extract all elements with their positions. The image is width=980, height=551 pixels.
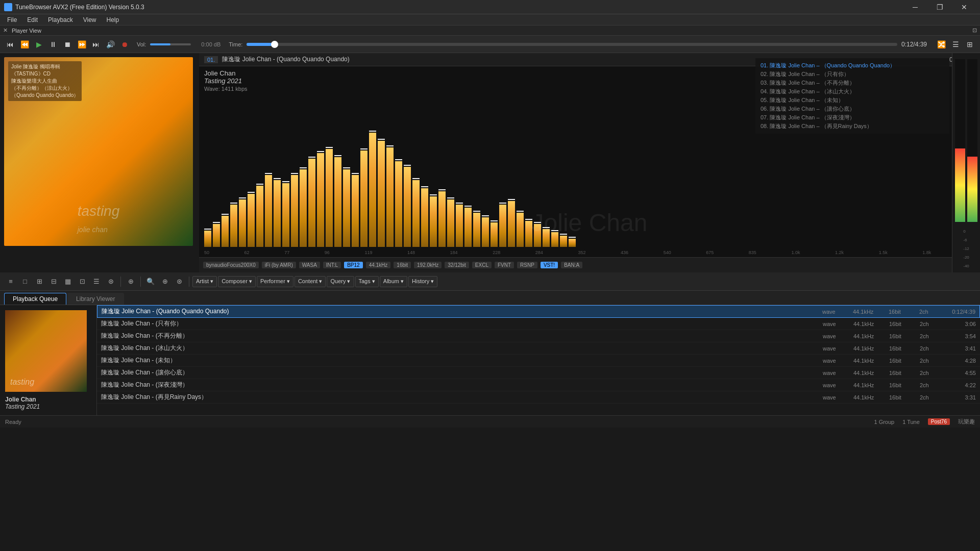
stop-button[interactable]: ⏹ [61,38,74,51]
menu-edit[interactable]: Edit [22,15,43,24]
mute-button[interactable]: 🔊 [104,38,116,51]
spec-bar-14 [326,149,333,247]
track-row-title-4: 陳逸璇 Jolie Chan - (冰山大火） [101,344,823,353]
playlist-overlay-item-4[interactable]: 04. 陳逸璇 Jolie Chan – （冰山大火） [758,87,946,96]
toolbar-btn-6[interactable]: ⊡ [76,275,89,288]
volume-slider[interactable] [150,43,191,45]
toolbar-plus-button[interactable]: ⊕ [124,275,137,288]
track-row-hz-2: 44.1kHz [853,321,889,327]
progress-bar[interactable] [247,43,897,46]
spec-peak-5 [248,192,255,193]
list-view-button[interactable]: ☰ [949,38,962,51]
codec-hz: 44.1kHz [366,262,391,268]
freq-label-24: 675 [706,250,714,255]
tags-filter-dropdown[interactable]: Tags ▾ [355,276,379,287]
app-title: TuneBrowser AVX2 (Free Edition) Version … [15,4,903,11]
codec-ifi: iFi (by AMR) [262,262,296,268]
spec-bar-group-39 [543,227,550,247]
vu-fill-left [955,148,965,222]
content-filter-dropdown[interactable]: Content ▾ [295,276,326,287]
spec-bar-33 [491,222,498,247]
toolbar-btn-2[interactable]: □ [18,275,32,288]
track-row-5[interactable]: 陳逸璇 Jolie Chan - (未知） wave 44.1kHz 16bit… [97,355,980,367]
track-row-4[interactable]: 陳逸璇 Jolie Chan - (冰山大火） wave 44.1kHz 16b… [97,342,980,355]
expand-icon[interactable]: ⊡ [972,27,977,34]
spec-bar-41 [560,236,567,247]
track-row-8[interactable]: 陳逸璇 Jolie Chan - (再見Rainy Days） wave 44.… [97,391,980,404]
playlist-overlay-item-5[interactable]: 05. 陳逸璇 Jolie Chan – （未知） [758,96,946,105]
performer-filter-dropdown[interactable]: Performer ▾ [257,276,293,287]
spec-bar-group-23 [404,165,411,247]
fast-forward-button[interactable]: ⏩ [76,38,88,51]
shuffle-button[interactable]: 🔀 [935,38,947,51]
composer-filter-dropdown[interactable]: Composer ▾ [218,276,256,287]
play-button[interactable]: ▶ [33,38,45,51]
playlist-overlay-item-8[interactable]: 08. 陳逸璇 Jolie Chan – （再見Rainy Days） [758,122,946,131]
menu-view[interactable]: View [78,15,102,24]
playlist-overlay-item-7[interactable]: 07. 陳逸璇 Jolie Chan – （深夜淺灣） [758,113,946,122]
freq-label-4: 77 [284,250,289,255]
spec-bar-7 [265,175,272,247]
toolbar-btn-5[interactable]: ▦ [61,275,75,288]
toolbar-btn-3[interactable]: ⊞ [33,275,46,288]
history-filter-dropdown[interactable]: History ▾ [408,276,437,287]
spec-peak-17 [352,173,359,174]
restore-button[interactable]: ❐ [928,0,951,14]
spec-peak-22 [395,159,402,160]
toolbar-btn-7[interactable]: ☰ [90,275,103,288]
spec-bar-group-16 [343,167,350,247]
db-display: 0:00 dB [201,41,220,47]
sidebar-artist: Jolie Chan [5,396,91,403]
track-row-format-5: wave [823,358,853,364]
playlist-overlay-item-1[interactable]: 01. 陳逸璇 Jolie Chan – （Quando Quando Quan… [758,61,946,70]
track-row-2[interactable]: 陳逸璇 Jolie Chan - (只有你） wave 44.1kHz 16bi… [97,318,980,330]
album-filter-dropdown[interactable]: Album ▾ [380,276,407,287]
track-row-format-4: wave [823,345,853,352]
pause-button[interactable]: ⏸ [47,38,59,51]
spec-bar-group-25 [421,186,428,247]
player-view-close[interactable]: ✕ [3,27,8,34]
track-row-3[interactable]: 陳逸璇 Jolie Chan - (不再分離） wave 44.1kHz 16b… [97,330,980,342]
track-row-ch-8: 2ch [920,394,940,400]
settings-button[interactable]: ⊞ [964,38,976,51]
toolbar-settings-button[interactable]: ⊛ [173,275,186,288]
track-row-dur-1: 0:12/4:39 [940,309,975,315]
close-button[interactable]: ✕ [952,0,976,14]
query-filter-dropdown[interactable]: Query ▾ [327,276,354,287]
playlist-overlay-item-3[interactable]: 03. 陳逸璇 Jolie Chan – （不再分離） [758,79,946,87]
track-row-1[interactable]: 陳逸璇 Jolie Chan - (Quando Quando Quando) … [97,305,980,318]
rewind-button[interactable]: ⏪ [18,38,31,51]
playlist-overlay-item-6[interactable]: 06. 陳逸璇 Jolie Chan – （讓你心底） [758,105,946,113]
toolbar-search-button[interactable]: 🔍 [144,275,157,288]
toolbar-zoom-button[interactable]: ⊕ [158,275,172,288]
toolbar-btn-1[interactable]: ≡ [4,275,17,288]
spec-bar-group-28 [447,197,454,247]
codec-bar: bynaudioFocus200X0 iFi (by AMR) WASA INT… [199,257,980,272]
artist-filter-dropdown[interactable]: Artist ▾ [192,276,217,287]
prev-track-button[interactable]: ⏮ [4,38,16,51]
record-button[interactable]: ⏺ [118,38,131,51]
minimize-button[interactable]: ─ [903,0,927,14]
freq-label-10: 148 [407,250,415,255]
playlist-overlay-item-2[interactable]: 02. 陳逸璇 Jolie Chan – （只有你） [758,70,946,79]
spec-bar-group-6 [256,184,263,247]
spec-bar-22 [395,161,402,247]
toolbar-btn-8[interactable]: ⊛ [104,275,117,288]
menu-help[interactable]: Help [102,15,125,24]
toolbar-btn-4[interactable]: ⊟ [47,275,60,288]
codec-bana: BAN:A [561,262,582,268]
track-row-dur-7: 4:22 [940,382,976,388]
next-track-button[interactable]: ⏭ [90,38,102,51]
track-row-title-3: 陳逸璇 Jolie Chan - (不再分離） [101,332,823,340]
menu-file[interactable]: File [2,15,22,24]
tab-playback-queue[interactable]: Playback Queue [4,293,66,305]
tab-library-viewer[interactable]: Library Viewer [67,293,124,305]
track-row-title-1: 陳逸璇 Jolie Chan - (Quando Quando Quando) [102,307,822,316]
vu-meter-panel: 0 -6 -12 -20 -40 [952,53,980,272]
track-row-6[interactable]: 陳逸璇 Jolie Chan - (讓你心底） wave 44.1kHz 16b… [97,367,980,379]
track-row-7[interactable]: 陳逸璇 Jolie Chan - (深夜淺灣） wave 44.1kHz 16b… [97,379,980,391]
menu-playback[interactable]: Playback [43,15,78,24]
spec-peak-11 [300,167,307,168]
spec-bar-group-4 [239,197,246,247]
spec-peak-18 [360,148,368,149]
